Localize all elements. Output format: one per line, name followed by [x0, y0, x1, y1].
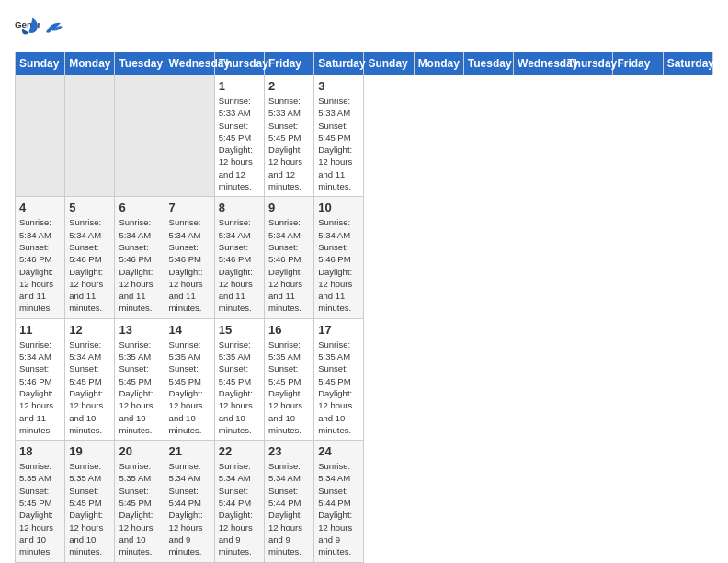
day-info: Sunrise: 5:35 AM Sunset: 5:45 PM Dayligh…: [219, 339, 260, 436]
day-number: 21: [169, 444, 210, 458]
day-info: Sunrise: 5:34 AM Sunset: 5:44 PM Dayligh…: [219, 460, 260, 557]
calendar-cell: 4 Sunrise: 5:34 AM Sunset: 5:46 PM Dayli…: [16, 197, 65, 318]
day-number: 24: [318, 444, 359, 458]
calendar-cell: 23 Sunrise: 5:34 AM Sunset: 5:44 PM Dayl…: [265, 441, 314, 562]
calendar-cell: 13 Sunrise: 5:35 AM Sunset: 5:45 PM Dayl…: [115, 318, 165, 440]
logo-icon: General: [15, 15, 40, 40]
calendar-cell: 18 Sunrise: 5:35 AM Sunset: 5:45 PM Dayl…: [16, 441, 65, 562]
day-number: 10: [318, 201, 359, 214]
day-header-thursday: Thursday: [214, 52, 264, 75]
calendar-header-row: SundayMondayTuesdayWednesdayThursdayFrid…: [16, 52, 713, 75]
day-number: 9: [268, 201, 310, 214]
day-header-sunday: Sunday: [364, 52, 414, 75]
calendar-cell: 2 Sunrise: 5:33 AM Sunset: 5:45 PM Dayli…: [265, 75, 314, 197]
day-info: Sunrise: 5:35 AM Sunset: 5:45 PM Dayligh…: [318, 339, 359, 436]
calendar-cell: 15 Sunrise: 5:35 AM Sunset: 5:45 PM Dayl…: [214, 318, 264, 440]
day-info: Sunrise: 5:33 AM Sunset: 5:45 PM Dayligh…: [318, 95, 359, 192]
day-header-wednesday: Wednesday: [165, 52, 214, 75]
day-number: 5: [69, 201, 110, 214]
day-number: 6: [119, 201, 160, 214]
calendar-week-4: 18 Sunrise: 5:35 AM Sunset: 5:45 PM Dayl…: [16, 441, 713, 562]
calendar-week-1: 1 Sunrise: 5:33 AM Sunset: 5:45 PM Dayli…: [16, 75, 713, 197]
day-number: 15: [219, 323, 260, 337]
calendar-cell: 21 Sunrise: 5:34 AM Sunset: 5:44 PM Dayl…: [165, 441, 214, 562]
day-info: Sunrise: 5:34 AM Sunset: 5:44 PM Dayligh…: [268, 460, 310, 557]
calendar-cell: 9 Sunrise: 5:34 AM Sunset: 5:46 PM Dayli…: [265, 197, 314, 318]
day-info: Sunrise: 5:34 AM Sunset: 5:46 PM Dayligh…: [119, 216, 160, 314]
day-info: Sunrise: 5:34 AM Sunset: 5:44 PM Dayligh…: [318, 460, 359, 557]
day-header-wednesday: Wednesday: [514, 52, 563, 75]
header: General: [15, 15, 713, 40]
day-info: Sunrise: 5:33 AM Sunset: 5:45 PM Dayligh…: [219, 95, 260, 192]
day-number: 8: [219, 201, 260, 214]
day-info: Sunrise: 5:35 AM Sunset: 5:45 PM Dayligh…: [69, 460, 110, 557]
day-header-monday: Monday: [414, 52, 463, 75]
day-info: Sunrise: 5:33 AM Sunset: 5:45 PM Dayligh…: [268, 95, 310, 192]
calendar-cell: 1 Sunrise: 5:33 AM Sunset: 5:45 PM Dayli…: [214, 75, 264, 197]
day-number: 11: [19, 323, 61, 337]
day-info: Sunrise: 5:34 AM Sunset: 5:46 PM Dayligh…: [19, 339, 61, 436]
day-number: 23: [268, 444, 310, 458]
day-header-saturday: Saturday: [663, 52, 712, 75]
day-number: 1: [219, 79, 260, 93]
day-number: 16: [268, 323, 310, 337]
calendar-week-2: 4 Sunrise: 5:34 AM Sunset: 5:46 PM Dayli…: [16, 197, 713, 318]
calendar-cell: 8 Sunrise: 5:34 AM Sunset: 5:46 PM Dayli…: [214, 197, 264, 318]
calendar-cell: [115, 75, 165, 197]
calendar-cell: 20 Sunrise: 5:35 AM Sunset: 5:45 PM Dayl…: [115, 441, 165, 562]
day-info: Sunrise: 5:34 AM Sunset: 5:46 PM Dayligh…: [69, 216, 110, 314]
day-info: Sunrise: 5:35 AM Sunset: 5:45 PM Dayligh…: [119, 460, 160, 557]
calendar-cell: [65, 75, 115, 197]
day-info: Sunrise: 5:34 AM Sunset: 5:44 PM Dayligh…: [169, 460, 210, 557]
calendar-cell: 12 Sunrise: 5:34 AM Sunset: 5:45 PM Dayl…: [65, 318, 115, 440]
calendar-week-3: 11 Sunrise: 5:34 AM Sunset: 5:46 PM Dayl…: [16, 318, 713, 440]
day-header-friday: Friday: [613, 52, 663, 75]
day-info: Sunrise: 5:34 AM Sunset: 5:46 PM Dayligh…: [19, 216, 61, 314]
day-number: 18: [19, 444, 61, 458]
day-number: 22: [219, 444, 260, 458]
calendar-cell: 16 Sunrise: 5:35 AM Sunset: 5:45 PM Dayl…: [265, 318, 314, 440]
calendar-cell: 24 Sunrise: 5:34 AM Sunset: 5:44 PM Dayl…: [314, 441, 364, 562]
calendar-cell: 7 Sunrise: 5:34 AM Sunset: 5:46 PM Dayli…: [165, 197, 214, 318]
day-header-friday: Friday: [265, 52, 314, 75]
day-header-tuesday: Tuesday: [115, 52, 165, 75]
calendar-cell: [16, 75, 65, 197]
day-info: Sunrise: 5:34 AM Sunset: 5:46 PM Dayligh…: [219, 216, 260, 314]
day-number: 3: [318, 79, 359, 93]
calendar-cell: 22 Sunrise: 5:34 AM Sunset: 5:44 PM Dayl…: [214, 441, 264, 562]
day-info: Sunrise: 5:34 AM Sunset: 5:46 PM Dayligh…: [169, 216, 210, 314]
calendar-cell: 14 Sunrise: 5:35 AM Sunset: 5:45 PM Dayl…: [165, 318, 214, 440]
calendar-cell: 17 Sunrise: 5:35 AM Sunset: 5:45 PM Dayl…: [314, 318, 364, 440]
day-number: 7: [169, 201, 210, 214]
day-info: Sunrise: 5:35 AM Sunset: 5:45 PM Dayligh…: [268, 339, 310, 436]
calendar-cell: [165, 75, 214, 197]
day-number: 14: [169, 323, 210, 337]
day-info: Sunrise: 5:34 AM Sunset: 5:45 PM Dayligh…: [69, 339, 110, 436]
day-info: Sunrise: 5:35 AM Sunset: 5:45 PM Dayligh…: [169, 339, 210, 436]
day-header-saturday: Saturday: [314, 52, 364, 75]
day-header-tuesday: Tuesday: [463, 52, 513, 75]
calendar-cell: 19 Sunrise: 5:35 AM Sunset: 5:45 PM Dayl…: [65, 441, 115, 562]
day-header-monday: Monday: [65, 52, 115, 75]
calendar-cell: 6 Sunrise: 5:34 AM Sunset: 5:46 PM Dayli…: [115, 197, 165, 318]
day-number: 17: [318, 323, 359, 337]
logo-bird-icon: [44, 19, 64, 36]
day-info: Sunrise: 5:34 AM Sunset: 5:46 PM Dayligh…: [318, 216, 359, 314]
day-number: 4: [19, 201, 61, 214]
day-number: 19: [69, 444, 110, 458]
day-info: Sunrise: 5:35 AM Sunset: 5:45 PM Dayligh…: [119, 339, 160, 436]
day-header-sunday: Sunday: [16, 52, 65, 75]
calendar-table: SundayMondayTuesdayWednesdayThursdayFrid…: [15, 52, 713, 563]
day-info: Sunrise: 5:34 AM Sunset: 5:46 PM Dayligh…: [268, 216, 310, 314]
day-info: Sunrise: 5:35 AM Sunset: 5:45 PM Dayligh…: [19, 460, 61, 557]
calendar-cell: 5 Sunrise: 5:34 AM Sunset: 5:46 PM Dayli…: [65, 197, 115, 318]
day-number: 20: [119, 444, 160, 458]
logo: General: [15, 15, 64, 40]
day-number: 12: [69, 323, 110, 337]
day-header-thursday: Thursday: [563, 52, 613, 75]
calendar-cell: 3 Sunrise: 5:33 AM Sunset: 5:45 PM Dayli…: [314, 75, 364, 197]
calendar-cell: 11 Sunrise: 5:34 AM Sunset: 5:46 PM Dayl…: [16, 318, 65, 440]
day-number: 13: [119, 323, 160, 337]
calendar-cell: 10 Sunrise: 5:34 AM Sunset: 5:46 PM Dayl…: [314, 197, 364, 318]
day-number: 2: [268, 79, 310, 93]
